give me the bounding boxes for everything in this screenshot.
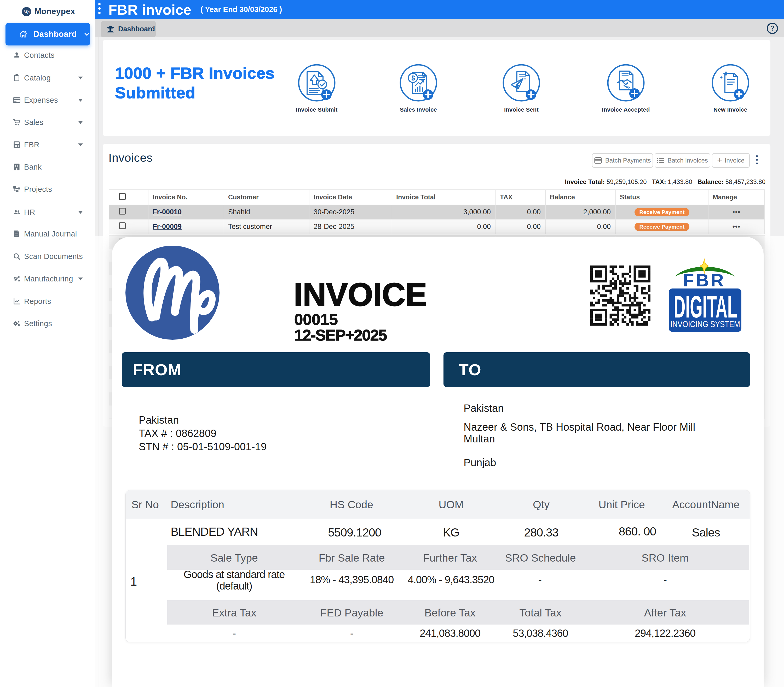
svg-text:?: ? xyxy=(770,24,774,32)
svg-text:FBR: FBR xyxy=(683,270,726,290)
svg-text:Mp: Mp xyxy=(23,10,30,14)
svg-text:INVOICING SYSTEM: INVOICING SYSTEM xyxy=(670,319,740,329)
